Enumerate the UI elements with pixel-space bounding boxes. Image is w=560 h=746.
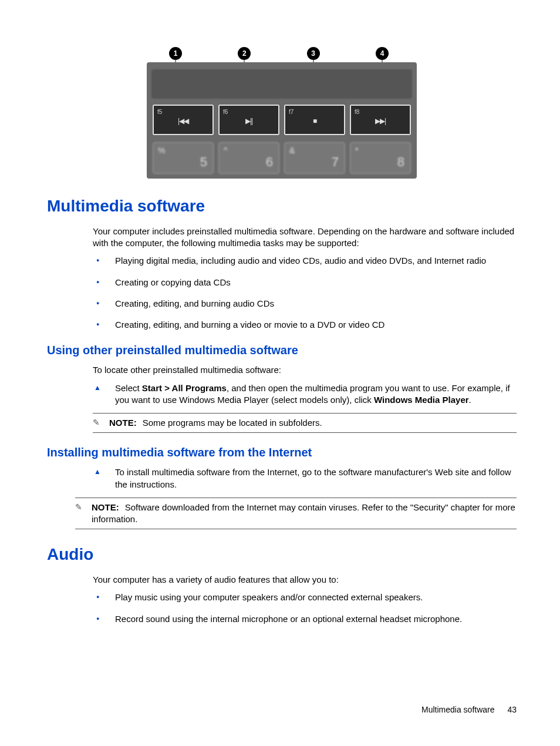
callout-2: 2 <box>238 47 251 60</box>
key-digit: 6 <box>266 153 273 171</box>
key-f8-next: f8 ▶▶| <box>350 105 411 135</box>
prev-track-icon: |◀◀ <box>178 116 188 126</box>
feature-list: Play music using your computer speakers … <box>93 592 517 625</box>
key-symbol: ^ <box>224 145 228 156</box>
key-label: f5 <box>157 108 162 116</box>
step-bold: Start > All Programs <box>142 383 227 393</box>
intro-paragraph: Your computer has a variety of audio fea… <box>93 574 517 586</box>
key-symbol: % <box>158 145 165 156</box>
play-pause-icon: ▶|| <box>245 116 252 126</box>
step-item: To install multimedia software from the … <box>93 466 517 490</box>
intro-paragraph: Your computer includes preinstalled mult… <box>93 226 517 250</box>
footer-section-name: Multimedia software <box>421 705 495 714</box>
heading-multimedia-software: Multimedia software <box>47 195 517 217</box>
note-icon: ✎ <box>75 502 82 513</box>
list-item: Record sound using the internal micropho… <box>93 613 517 625</box>
keyboard-body: f5 |◀◀ f6 ▶|| f7 ■ f8 ▶▶| % 5 ^ <box>147 62 417 179</box>
key-label: f8 <box>355 108 359 116</box>
key-digit: 7 <box>332 153 339 171</box>
list-item: Play music using your computer speakers … <box>93 592 517 603</box>
feature-list: Playing digital media, including audio a… <box>93 255 517 331</box>
key-label: f7 <box>289 108 294 116</box>
heading-using-other-software: Using other preinstalled multimedia soft… <box>47 342 517 358</box>
note-icon: ✎ <box>93 417 100 428</box>
section-body: To locate other preinstalled multimedia … <box>93 364 517 433</box>
step-item: Select Start > All Programs, and then op… <box>93 382 517 406</box>
key-f5-prev: f5 |◀◀ <box>153 105 214 135</box>
next-track-icon: ▶▶| <box>375 116 386 126</box>
key-f6-playpause: f6 ▶|| <box>218 105 279 135</box>
key-7: & 7 <box>284 142 345 174</box>
section-body: To install multimedia software from the … <box>93 466 517 490</box>
step-text: . <box>469 395 471 405</box>
section-body: Your computer has a variety of audio fea… <box>93 574 517 625</box>
list-item: Playing digital media, including audio a… <box>93 255 517 267</box>
callout-1: 1 <box>169 47 182 60</box>
list-item: Creating or copying data CDs <box>93 277 517 288</box>
callout-3: 3 <box>307 47 320 60</box>
heading-audio: Audio <box>47 543 517 566</box>
number-key-row: % 5 ^ 6 & 7 * 8 <box>151 142 412 174</box>
note-label: NOTE: <box>109 418 137 428</box>
key-f7-stop: f7 ■ <box>284 105 345 135</box>
step-bold: Windows Media Player <box>374 395 469 405</box>
note-text: Software downloaded from the Internet ma… <box>92 502 515 524</box>
key-6: ^ 6 <box>218 142 279 174</box>
key-8: * 8 <box>350 142 411 174</box>
keyboard-figure: 1 2 3 4 f5 |◀◀ f6 ▶|| f7 ■ f8 ▶▶| <box>147 47 417 179</box>
callout-row: 1 2 3 4 <box>147 47 417 60</box>
list-item: Creating, editing, and burning audio CDs <box>93 298 517 310</box>
section-body: Your computer includes preinstalled mult… <box>93 226 517 331</box>
heading-installing-from-internet: Installing multimedia software from the … <box>47 445 517 461</box>
stop-icon: ■ <box>313 116 316 126</box>
key-5: % 5 <box>153 142 214 174</box>
page-number: 43 <box>507 705 517 714</box>
note-text: Some programs may be located in subfolde… <box>143 418 322 428</box>
list-item: Creating, editing, and burning a video o… <box>93 319 517 331</box>
keyboard-strip <box>151 69 412 99</box>
key-symbol: * <box>355 145 358 156</box>
note-box: ✎ NOTE:Some programs may be located in s… <box>93 413 517 433</box>
page-footer: Multimedia software 43 <box>421 704 517 715</box>
callout-4: 4 <box>376 47 389 60</box>
key-digit: 8 <box>397 153 404 171</box>
intro-paragraph: To locate other preinstalled multimedia … <box>93 364 517 376</box>
function-key-row: f5 |◀◀ f6 ▶|| f7 ■ f8 ▶▶| <box>151 105 412 135</box>
key-label: f6 <box>223 108 228 116</box>
key-digit: 5 <box>200 153 207 171</box>
note-label: NOTE: <box>92 502 119 512</box>
note-box: ✎ NOTE:Software downloaded from the Inte… <box>75 498 517 530</box>
key-symbol: & <box>289 145 295 156</box>
step-text: Select <box>115 383 142 393</box>
